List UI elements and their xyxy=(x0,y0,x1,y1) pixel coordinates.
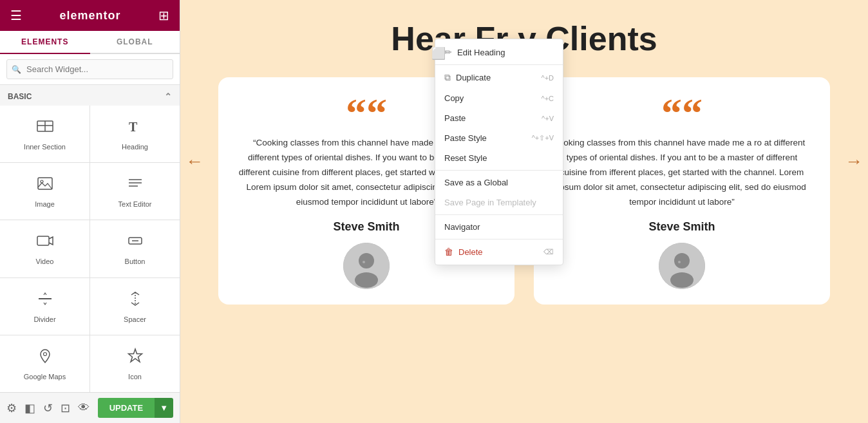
template-icon[interactable]: ⊡ xyxy=(61,401,70,415)
elementor-logo: elementor xyxy=(59,9,120,23)
text-editor-icon xyxy=(126,174,144,196)
widget-video-label: Video xyxy=(36,258,54,265)
context-menu: ✏ Edit Heading ⧉ Duplicate ^+D Copy ^+C … xyxy=(435,39,563,265)
context-paste-shortcut: ^+V xyxy=(542,115,554,122)
video-icon xyxy=(36,232,54,254)
widget-video[interactable]: Video xyxy=(0,220,90,277)
svg-point-15 xyxy=(43,352,46,355)
update-dropdown-button[interactable]: ▼ xyxy=(155,398,173,418)
tab-global[interactable]: GLOBAL xyxy=(90,31,180,53)
widget-inner-section-label: Inner Section xyxy=(24,143,66,151)
context-menu-delete[interactable]: 🗑 Delete ⌫ xyxy=(435,241,563,262)
maps-icon xyxy=(36,347,54,369)
edit-icon: ✏ xyxy=(444,47,452,57)
widget-icon[interactable]: Icon xyxy=(90,335,180,392)
svg-rect-9 xyxy=(37,236,49,245)
sidebar-tabs: ELEMENTS GLOBAL xyxy=(0,31,180,54)
context-menu-separator-3 xyxy=(435,214,563,215)
svg-point-22 xyxy=(670,272,693,288)
widget-button[interactable]: Button xyxy=(90,220,180,277)
update-btn-wrapper: UPDATE ▼ xyxy=(98,398,173,418)
tab-elements[interactable]: ELEMENTS xyxy=(0,31,90,54)
update-button[interactable]: UPDATE xyxy=(98,398,155,418)
search-container xyxy=(0,54,180,85)
context-menu-edit-heading[interactable]: ✏ Edit Heading xyxy=(435,42,563,62)
context-paste-style-label: Paste Style xyxy=(444,133,487,143)
widget-image[interactable]: Image xyxy=(0,163,90,220)
widget-divider-label: Divider xyxy=(33,315,55,323)
context-reset-style-label: Reset Style xyxy=(444,153,487,163)
context-menu-paste[interactable]: Paste ^+V xyxy=(435,108,563,128)
widget-image-label: Image xyxy=(35,200,55,208)
carousel-arrow-right[interactable]: → xyxy=(845,151,863,172)
context-paste-style-shortcut: ^+⇧+V xyxy=(532,134,554,142)
svg-point-18 xyxy=(355,272,378,288)
context-save-global-label: Save as a Global xyxy=(444,178,508,187)
history-icon[interactable]: ↺ xyxy=(43,401,53,415)
widget-text-editor[interactable]: Text Editor xyxy=(90,163,180,220)
widget-google-maps-label: Google Maps xyxy=(24,373,66,381)
quote-icon-2: ““ xyxy=(661,97,703,129)
context-menu-copy[interactable]: Copy ^+C xyxy=(435,88,563,108)
widget-google-maps[interactable]: Google Maps xyxy=(0,335,90,392)
svg-rect-4 xyxy=(38,178,52,189)
widgets-grid: Inner Section T Heading Image xyxy=(0,106,180,392)
context-save-templately-label: Save Page in Templately xyxy=(444,198,536,207)
context-paste-label: Paste xyxy=(444,113,466,123)
context-copy-label: Copy xyxy=(444,93,464,103)
grid-icon[interactable]: ⊞ xyxy=(158,8,169,23)
eye-icon[interactable]: 👁 xyxy=(78,401,90,415)
section-collapse-arrow[interactable]: ⌃ xyxy=(164,91,172,102)
widget-spacer[interactable]: Spacer xyxy=(90,278,180,335)
context-menu-reset-style[interactable]: Reset Style xyxy=(435,148,563,168)
context-duplicate-label: Duplicate xyxy=(456,73,491,82)
section-basic-label: BASIC ⌃ xyxy=(0,85,180,106)
context-menu-navigator[interactable]: Navigator xyxy=(435,217,563,237)
context-menu-save-templately[interactable]: Save Page in Templately xyxy=(435,193,563,212)
main-content: Hear Fr y Clients ← ““ “Cooking classes … xyxy=(180,0,868,423)
svg-point-23 xyxy=(678,261,681,263)
search-input[interactable] xyxy=(6,59,173,79)
context-copy-shortcut: ^+C xyxy=(541,95,554,102)
bottom-icons: ⚙ ◧ ↺ ⊡ 👁 xyxy=(6,401,90,415)
inner-section-icon xyxy=(36,117,54,139)
heading-icon: T xyxy=(126,117,144,139)
context-menu-separator-1 xyxy=(435,64,563,65)
testimonial-name-1: Steve Smith xyxy=(333,220,399,234)
testimonial-card-2: ““ ooking classes from this channel have… xyxy=(534,77,830,305)
context-delete-shortcut: ⌫ xyxy=(543,248,554,256)
quote-icon-1: ““ xyxy=(346,97,387,129)
button-icon xyxy=(126,232,144,254)
context-menu-paste-style[interactable]: Paste Style ^+⇧+V xyxy=(435,128,563,148)
svg-point-19 xyxy=(363,261,365,263)
svg-point-17 xyxy=(359,253,374,268)
widget-icon-label: Icon xyxy=(128,373,142,381)
svg-point-21 xyxy=(674,253,690,268)
testimonial-avatar-1 xyxy=(343,243,390,289)
carousel-arrow-left[interactable]: ← xyxy=(185,151,203,172)
testimonial-name-2: Steve Smith xyxy=(648,220,715,234)
sidebar: ☰ elementor ⊞ ELEMENTS GLOBAL BASIC ⌃ xyxy=(0,0,180,423)
menu-icon[interactable]: ☰ xyxy=(10,8,22,23)
context-menu-duplicate[interactable]: ⧉ Duplicate ^+D xyxy=(435,67,563,88)
sidebar-bottom: ⚙ ◧ ↺ ⊡ 👁 UPDATE ▼ xyxy=(0,392,180,423)
context-menu-save-global[interactable]: Save as a Global xyxy=(435,173,563,193)
widget-divider[interactable]: Divider xyxy=(0,278,90,335)
widget-inner-section[interactable]: Inner Section xyxy=(0,106,90,162)
settings-icon[interactable]: ⚙ xyxy=(6,401,17,415)
widget-heading[interactable]: T Heading xyxy=(90,106,180,162)
context-navigator-label: Navigator xyxy=(444,222,480,232)
divider-icon xyxy=(36,290,54,312)
layers-icon[interactable]: ◧ xyxy=(24,401,35,415)
svg-text:T: T xyxy=(129,120,138,134)
image-icon xyxy=(36,174,54,196)
context-duplicate-shortcut: ^+D xyxy=(541,74,554,82)
testimonial-avatar-2 xyxy=(659,243,705,289)
widget-text-editor-label: Text Editor xyxy=(118,200,152,208)
context-edit-heading-label: Edit Heading xyxy=(457,48,505,57)
widget-spacer-label: Spacer xyxy=(124,315,146,323)
trash-icon: 🗑 xyxy=(444,247,453,257)
sidebar-header: ☰ elementor ⊞ xyxy=(0,0,180,31)
search-wrapper xyxy=(6,59,173,79)
testimonial-text-2: ooking classes from this channel have ma… xyxy=(552,136,812,210)
